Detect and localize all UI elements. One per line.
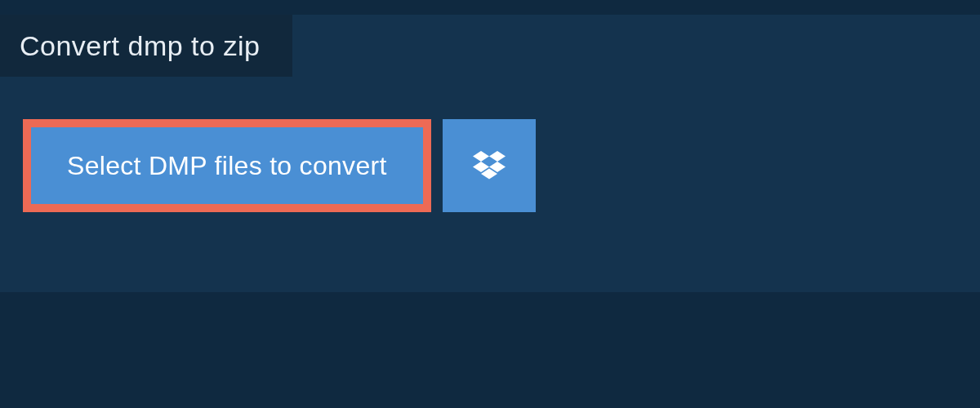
active-tab[interactable]: Convert dmp to zip xyxy=(0,15,292,77)
dropbox-icon xyxy=(473,151,506,180)
select-files-button[interactable]: Select DMP files to convert xyxy=(23,119,431,212)
action-row: Select DMP files to convert xyxy=(23,119,536,212)
select-files-label: Select DMP files to convert xyxy=(67,151,387,181)
tab-title: Convert dmp to zip xyxy=(20,30,260,62)
dropbox-button[interactable] xyxy=(443,119,536,212)
converter-panel: Convert dmp to zip Select DMP files to c… xyxy=(0,15,980,292)
